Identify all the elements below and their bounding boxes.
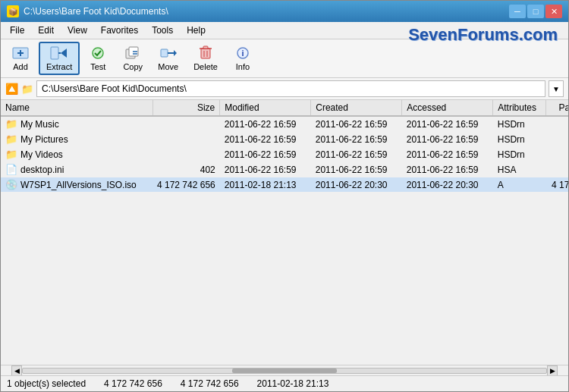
cell-size: 402: [152, 162, 220, 177]
table-row[interactable]: 📁 My Videos 2011-06-22 16:59 2011-06-22 …: [1, 147, 568, 162]
title-bar-text: C:\Users\Bare Foot Kid\Documents\: [24, 6, 168, 17]
cell-created: 2011-06-22 20:30: [311, 177, 402, 193]
col-attributes[interactable]: Attributes: [493, 100, 546, 116]
cell-created: 2011-06-22 16:59: [311, 116, 402, 132]
col-accessed[interactable]: Accessed: [402, 100, 493, 116]
cell-modified: 2011-06-22 16:59: [220, 116, 311, 132]
svg-marker-13: [174, 50, 177, 56]
file-name-text: W7SP1_AllVersions_ISO.iso: [20, 180, 137, 190]
cell-name: 📄 desktop.ini: [1, 162, 152, 177]
file-icon: 📁: [5, 149, 17, 160]
cell-created: 2011-06-22 16:59: [311, 162, 402, 177]
svg-rect-14: [201, 49, 210, 58]
delete-icon: [196, 45, 215, 61]
cell-created: 2011-06-22 16:59: [311, 132, 402, 147]
status-packed-size: 4 172 742 656: [181, 378, 239, 389]
scroll-right-arrow[interactable]: ▶: [547, 365, 558, 376]
col-name[interactable]: Name: [1, 100, 152, 116]
title-bar-left: 📦 C:\Users\Bare Foot Kid\Documents\: [7, 5, 168, 17]
cell-packed-size: 0: [546, 116, 568, 132]
extract-button[interactable]: Extract: [39, 42, 80, 75]
file-icon: 📁: [5, 118, 17, 130]
status-objects-selected: 1 object(s) selected: [7, 378, 86, 389]
cell-attributes: HSA: [493, 162, 546, 177]
cell-attributes: HSDrn: [493, 147, 546, 162]
cell-packed-size: 0: [546, 132, 568, 147]
folder-icon: 📁: [21, 83, 33, 95]
toolbar: Add Extract Test: [1, 39, 568, 78]
copy-button[interactable]: Copy: [116, 42, 149, 74]
minimize-button[interactable]: ─: [509, 5, 526, 18]
svg-rect-3: [51, 47, 58, 59]
horizontal-scrollbar[interactable]: ◀ ▶: [1, 365, 568, 375]
test-icon: [89, 45, 107, 61]
table-row[interactable]: 💿 W7SP1_AllVersions_ISO.iso 4 172 742 65…: [1, 177, 568, 193]
menu-favorites[interactable]: Favorites: [95, 24, 144, 37]
file-icon: 📁: [5, 133, 17, 145]
file-name-text: My Videos: [20, 149, 63, 160]
cell-accessed: 2011-06-22 16:59: [402, 162, 493, 177]
menu-view[interactable]: View: [61, 24, 93, 37]
cell-modified: 2011-06-22 16:59: [220, 162, 311, 177]
main-window: 📦 C:\Users\Bare Foot Kid\Documents\ ─ □ …: [0, 0, 569, 392]
add-button[interactable]: Add: [4, 42, 37, 74]
scroll-left-arrow[interactable]: ◀: [11, 365, 22, 376]
scroll-thumb[interactable]: [232, 368, 337, 373]
scroll-track[interactable]: [22, 368, 547, 374]
status-bar: 1 object(s) selected 4 172 742 656 4 172…: [1, 375, 568, 391]
back-icon[interactable]: 🔼: [5, 83, 18, 95]
menu-tools[interactable]: Tools: [146, 24, 179, 37]
address-bar: 🔼 📁 ▼: [1, 78, 568, 100]
maximize-button[interactable]: □: [527, 5, 544, 18]
file-name-text: desktop.ini: [20, 165, 64, 175]
svg-rect-16: [203, 46, 208, 49]
table-row[interactable]: 📁 My Music 2011-06-22 16:59 2011-06-22 1…: [1, 116, 568, 132]
table-header-row: Name Size Modified Created Accessed Attr…: [1, 100, 568, 116]
title-bar-controls: ─ □ ✕: [509, 5, 562, 18]
col-modified[interactable]: Modified: [220, 100, 311, 116]
svg-text:i: i: [241, 49, 244, 58]
cell-size: [152, 147, 220, 162]
close-button[interactable]: ✕: [545, 5, 562, 18]
status-size: 4 172 742 656: [104, 378, 162, 389]
col-created[interactable]: Created: [311, 100, 402, 116]
file-name-text: My Music: [20, 119, 59, 130]
delete-label: Delete: [193, 62, 218, 71]
move-button[interactable]: Move: [151, 42, 185, 74]
delete-button[interactable]: Delete: [187, 42, 225, 74]
copy-label: Copy: [123, 62, 143, 71]
info-label: Info: [236, 62, 250, 71]
cell-name: 💿 W7SP1_AllVersions_ISO.iso: [1, 177, 152, 193]
address-dropdown[interactable]: ▼: [549, 80, 564, 97]
menu-edit[interactable]: Edit: [32, 24, 60, 37]
file-name-text: My Pictures: [20, 134, 68, 145]
cell-accessed: 2011-06-22 16:59: [402, 147, 493, 162]
file-icon: 💿: [5, 179, 17, 190]
address-input[interactable]: [36, 80, 545, 97]
cell-size: 4 172 742 656: [152, 177, 220, 193]
col-packed-size[interactable]: Packed Size: [546, 100, 568, 116]
file-content-area[interactable]: Name Size Modified Created Accessed Attr…: [1, 100, 568, 365]
menu-file[interactable]: File: [4, 24, 30, 37]
test-button[interactable]: Test: [81, 42, 115, 74]
col-size[interactable]: Size: [152, 100, 220, 116]
extract-icon: [50, 45, 68, 61]
menu-bar: File Edit View Favorites Tools Help: [1, 22, 568, 39]
file-table: Name Size Modified Created Accessed Attr…: [1, 100, 568, 193]
cell-name: 📁 My Music: [1, 116, 152, 132]
cell-modified: 2011-06-22 16:59: [220, 132, 311, 147]
file-icon: 📄: [5, 164, 17, 175]
cell-created: 2011-06-22 16:59: [311, 147, 402, 162]
svg-marker-4: [61, 49, 67, 58]
menu-help[interactable]: Help: [181, 24, 212, 37]
cell-accessed: 2011-06-22 20:30: [402, 177, 493, 193]
table-row[interactable]: 📁 My Pictures 2011-06-22 16:59 2011-06-2…: [1, 132, 568, 147]
info-button[interactable]: i Info: [226, 42, 259, 74]
cell-size: [152, 116, 220, 132]
cell-name: 📁 My Videos: [1, 147, 152, 162]
cell-packed-size: 4 172 742 656: [546, 177, 568, 193]
table-row[interactable]: 📄 desktop.ini 402 2011-06-22 16:59 2011-…: [1, 162, 568, 177]
app-icon: 📦: [7, 5, 19, 17]
cell-size: [152, 132, 220, 147]
cell-packed-size: 0: [546, 147, 568, 162]
